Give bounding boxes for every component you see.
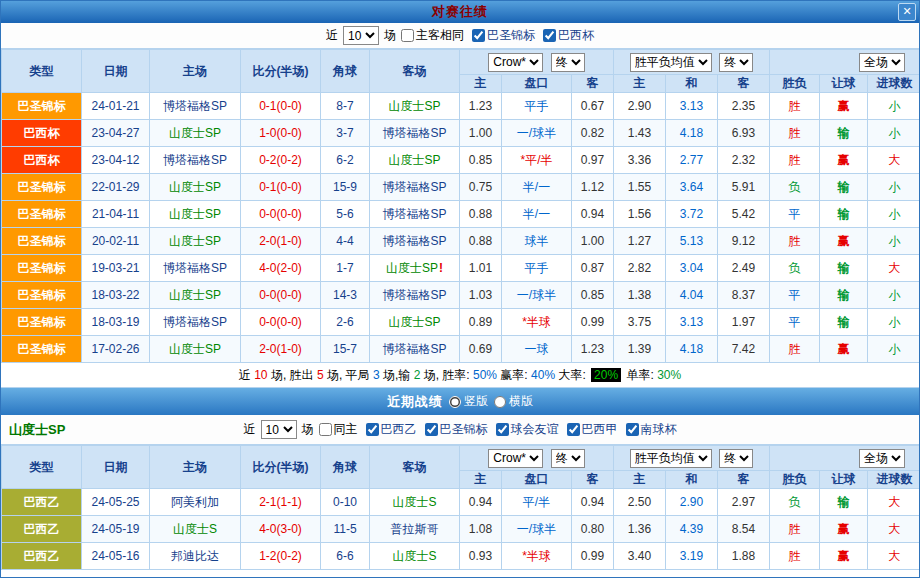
home-team: 山度士S — [150, 516, 241, 543]
recent-count-select[interactable]: 10 — [261, 420, 297, 439]
filter-checkbox[interactable]: 巴西乙 — [366, 421, 417, 438]
checkbox-input[interactable] — [496, 423, 509, 436]
handicap-line: 球半 — [502, 228, 572, 255]
away-team: 博塔福格SP — [370, 174, 460, 201]
odds-company-select[interactable]: Crow* — [488, 449, 543, 468]
match-row: 巴圣锦标20-02-11山度士SP2-0(1-0)4-4博塔福格SP0.88球半… — [2, 228, 920, 255]
summary-segment: 10 — [254, 368, 267, 382]
match-score: 0-0(0-0) — [241, 201, 321, 228]
col-header-home: 主场 — [150, 446, 241, 489]
avg-home-odds: 1.27 — [614, 228, 666, 255]
checkbox-input[interactable] — [626, 423, 639, 436]
summary-segment: 场, 胜率: — [420, 368, 473, 382]
avg-final-select[interactable]: 终 — [719, 449, 753, 468]
result-handicap: 输 — [820, 255, 868, 282]
scope-select-group: 全场 — [770, 50, 920, 75]
result-handicap: 赢 — [820, 516, 868, 543]
subcol-handicap: 盘口 — [502, 471, 572, 489]
corner-score: 15-7 — [321, 336, 370, 363]
match-date: 19-03-21 — [82, 255, 150, 282]
avg-odds-select[interactable]: 胜平负均值 — [630, 53, 712, 72]
checkbox-input[interactable] — [567, 423, 580, 436]
match-row: 巴圣锦标24-01-21博塔福格SP0-1(0-0)8-7山度士SP1.23平手… — [2, 93, 920, 120]
filter-checkbox[interactable]: 巴西甲 — [567, 421, 618, 438]
radio-vertical[interactable] — [449, 396, 461, 408]
filter-checkbox[interactable]: 巴西杯 — [543, 27, 594, 44]
match-count-select[interactable]: 10 — [343, 26, 379, 45]
subcol-odds-home: 主 — [460, 75, 502, 93]
match-row: 巴圣锦标18-03-22山度士SP0-0(0-0)14-3博塔福格SP1.03一… — [2, 282, 920, 309]
alert-icon: ! — [439, 261, 443, 275]
filter-checkbox[interactable]: 同主 — [319, 421, 358, 438]
match-score: 4-0(3-0) — [241, 516, 321, 543]
match-score: 0-0(0-0) — [241, 282, 321, 309]
avg-draw-odds: 3.04 — [666, 255, 718, 282]
handicap-home-odds: 0.93 — [460, 543, 502, 570]
handicap-line: 半/一 — [502, 201, 572, 228]
avg-final-select[interactable]: 终 — [719, 53, 753, 72]
match-row: 巴圣锦标19-03-21博塔福格SP4-0(2-0)1-7山度士SP!1.01平… — [2, 255, 920, 282]
filter-checkbox[interactable]: 南球杯 — [626, 421, 677, 438]
league-badge: 巴圣锦标 — [2, 93, 82, 120]
filter-checkbox[interactable]: 球会友谊 — [496, 421, 559, 438]
handicap-line: *半球 — [502, 543, 572, 570]
summary-segment: 50% — [473, 368, 497, 382]
col-header-date: 日期 — [82, 50, 150, 93]
avg-draw-odds: 4.18 — [666, 120, 718, 147]
odds-company-select[interactable]: Crow* — [488, 53, 543, 72]
match-date: 23-04-27 — [82, 120, 150, 147]
checkbox-input[interactable] — [472, 29, 485, 42]
home-team: 博塔福格SP — [150, 147, 241, 174]
summary-segment: 赢率: — [497, 368, 531, 382]
checkbox-input[interactable] — [543, 29, 556, 42]
checkbox-input[interactable] — [366, 423, 379, 436]
avg-away-odds: 1.88 — [718, 543, 770, 570]
layout-vertical-option[interactable]: 竖版 — [449, 393, 488, 410]
away-team: 博塔福格SP — [370, 201, 460, 228]
match-date: 24-05-19 — [82, 516, 150, 543]
match-score: 0-1(0-0) — [241, 174, 321, 201]
avg-odds-select[interactable]: 胜平负均值 — [630, 449, 712, 468]
near-label: 近 — [244, 421, 256, 438]
result-wdl: 负 — [770, 255, 820, 282]
subcol-odds-away: 客 — [572, 75, 614, 93]
filter-checkbox[interactable]: 巴圣锦标 — [472, 27, 535, 44]
scope-select[interactable]: 全场 — [859, 53, 905, 72]
col-header-type: 类型 — [2, 50, 82, 93]
result-goals: 小 — [868, 228, 920, 255]
near-label: 近 — [326, 27, 338, 44]
result-wdl: 负 — [770, 174, 820, 201]
league-badge: 巴圣锦标 — [2, 309, 82, 336]
handicap-line: 半/一 — [502, 174, 572, 201]
scope-select[interactable]: 全场 — [859, 449, 905, 468]
close-icon[interactable]: ✕ — [898, 3, 916, 21]
handicap-away-odds: 0.99 — [572, 309, 614, 336]
checkbox-input[interactable] — [319, 423, 332, 436]
summary-line: 近 10 场, 胜出 5 场, 平局 3 场,输 2 场, 胜率: 50% 赢率… — [239, 367, 681, 384]
subcol-odds-away: 客 — [572, 471, 614, 489]
radio-horizontal-label: 横版 — [509, 393, 533, 410]
odds-select-group: Crow* 终 — [460, 50, 614, 75]
away-team: 山度士S — [370, 543, 460, 570]
odds-final-select[interactable]: 终 — [551, 449, 585, 468]
checkbox-label: 南球杯 — [641, 421, 677, 438]
handicap-line: 一/球半 — [502, 516, 572, 543]
league-badge: 巴圣锦标 — [2, 336, 82, 363]
col-header-home: 主场 — [150, 50, 241, 93]
h2h-window: 对赛往绩 ✕ 近 10 场 主客相同巴圣锦标巴西杯 类型 日期 主场 比分(半场… — [0, 0, 920, 578]
match-score: 0-1(0-0) — [241, 93, 321, 120]
layout-horizontal-option[interactable]: 横版 — [494, 393, 533, 410]
subcol-handicap-result: 让球 — [820, 471, 868, 489]
checkbox-input[interactable] — [401, 29, 414, 42]
checkbox-label: 巴圣锦标 — [440, 421, 488, 438]
filter-checkbox[interactable]: 巴圣锦标 — [425, 421, 488, 438]
away-team: 博塔福格SP — [370, 120, 460, 147]
radio-horizontal[interactable] — [494, 396, 506, 408]
checkbox-label: 巴圣锦标 — [487, 27, 535, 44]
filter-checkbox[interactable]: 主客相同 — [401, 27, 464, 44]
match-score: 2-0(1-0) — [241, 336, 321, 363]
checkbox-input[interactable] — [425, 423, 438, 436]
handicap-line: 一/球半 — [502, 282, 572, 309]
odds-final-select[interactable]: 终 — [551, 53, 585, 72]
col-header-type: 类型 — [2, 446, 82, 489]
